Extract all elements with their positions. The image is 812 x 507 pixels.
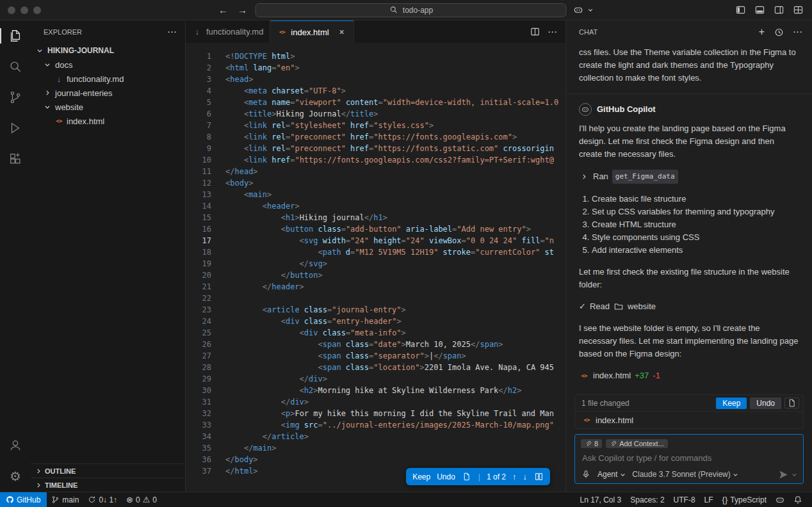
code-line[interactable]: 19 </svg> — [186, 258, 565, 270]
run-debug-icon[interactable] — [0, 113, 31, 143]
explorer-icon[interactable] — [0, 20, 31, 51]
attachment-count-chip[interactable]: 8 — [581, 439, 602, 448]
view-changes-icon[interactable] — [784, 398, 799, 408]
code-line[interactable]: 6 <title>Hiking Journal</title> — [186, 108, 565, 120]
outline-section-header[interactable]: OUTLINE — [31, 463, 185, 478]
edited-file-chip[interactable]: <> index.html +37 -1 — [579, 369, 799, 382]
tree-item-functionality-md[interactable]: ↓ functionality.md — [31, 72, 185, 86]
code-line[interactable]: 20 </button> — [186, 270, 565, 281]
code-editor[interactable]: 1<!DOCTYPE html>2<html lang="en">3<head>… — [186, 43, 565, 492]
code-line[interactable]: 22 — [186, 293, 565, 304]
code-line[interactable]: 29 </div> — [186, 373, 565, 385]
code-line[interactable]: 32 <p>For my hike this morning I did the… — [186, 408, 565, 419]
editor-more-actions-icon[interactable]: ⋯ — [548, 26, 558, 38]
mode-selector[interactable]: Agent — [597, 469, 626, 479]
add-context-chip[interactable]: Add Context... — [606, 439, 668, 448]
back-button[interactable]: ← — [217, 4, 230, 15]
keep-button[interactable]: Keep — [412, 472, 430, 481]
timeline-section-header[interactable]: TIMELINE — [31, 478, 185, 492]
code-line[interactable]: 21 </header> — [186, 281, 565, 293]
code-line[interactable]: 27 <span class="separator">|</span> — [186, 350, 565, 362]
microphone-icon[interactable] — [581, 469, 591, 479]
code-line[interactable]: 24 <div class="entry-header"> — [186, 316, 565, 327]
code-line[interactable]: 33 <img src="../journal-enteries/images/… — [186, 419, 565, 431]
code-line[interactable]: 12<body> — [186, 177, 565, 189]
settings-gear-icon[interactable]: ⚙ — [0, 461, 31, 492]
code-line[interactable]: 9 <link rel="preconnect" href="https://f… — [186, 143, 565, 154]
search-bar[interactable]: todo-app — [256, 3, 567, 17]
code-line[interactable]: 1<!DOCTYPE html> — [186, 51, 565, 62]
eol-setting[interactable]: LF — [700, 492, 718, 507]
language-mode[interactable]: {} TypeScript — [718, 492, 771, 507]
changed-file-row[interactable]: <> index.html — [575, 412, 803, 428]
code-line[interactable]: 30 <h2>Morning hike at Skyline Wildernes… — [186, 385, 565, 396]
next-change-icon[interactable]: ↓ — [523, 472, 528, 481]
tool-call-read[interactable]: ✓ Read website — [579, 300, 799, 313]
close-tab-icon[interactable]: × — [337, 27, 347, 37]
open-diff-icon[interactable] — [533, 472, 544, 482]
code-line[interactable]: 10 <link href="https://fonts.googleapis.… — [186, 154, 565, 166]
indentation-setting[interactable]: Spaces: 2 — [626, 492, 669, 507]
chat-input-placeholder[interactable]: Ask Copilot or type / for commands — [582, 453, 797, 463]
code-line[interactable]: 14 <header> — [186, 200, 565, 212]
code-line[interactable]: 36</body> — [186, 454, 565, 465]
tool-call-run[interactable]: Ran get_Figma_data — [579, 170, 799, 184]
customize-layout-icon[interactable] — [793, 5, 803, 15]
chat-input-box[interactable]: 8 Add Context... Ask Copilot or type / f… — [574, 434, 804, 484]
code-line[interactable]: 28 <span class="location">2201 Imola Ave… — [186, 362, 565, 373]
cursor-position[interactable]: Ln 17, Col 3 — [576, 492, 626, 507]
branch-indicator[interactable]: main — [47, 492, 83, 507]
search-activity-icon[interactable] — [0, 51, 31, 82]
split-editor-icon[interactable] — [530, 27, 540, 37]
code-line[interactable]: 2<html lang="en"> — [186, 62, 565, 74]
forward-button[interactable]: → — [236, 4, 249, 15]
tree-item-index-html[interactable]: <> index.html — [31, 114, 185, 128]
code-line[interactable]: 23 <article class="journal-entry"> — [186, 304, 565, 316]
code-line[interactable]: 3<head> — [186, 74, 565, 85]
source-control-icon[interactable] — [0, 82, 31, 113]
explorer-more-actions-icon[interactable]: ⋯ — [167, 26, 177, 38]
code-line[interactable]: 31 </div> — [186, 396, 565, 408]
toggle-panel-icon[interactable] — [754, 5, 765, 15]
accounts-icon[interactable] — [0, 430, 31, 461]
notifications-bell[interactable] — [789, 492, 807, 507]
code-line[interactable]: 7 <link rel="stylesheet" href="styles.cs… — [186, 120, 565, 131]
code-line[interactable]: 13 <main> — [186, 189, 565, 200]
code-line[interactable]: 25 <div class="meta-info"> — [186, 327, 565, 339]
remote-indicator[interactable]: GitHub — [0, 492, 47, 507]
tree-item-docs[interactable]: docs — [31, 58, 185, 72]
code-line[interactable]: 11</head> — [186, 166, 565, 177]
model-selector[interactable]: Claude 3.7 Sonnet (Preview) — [632, 469, 738, 479]
code-line[interactable]: 17 <svg width="24" height="24" viewBox="… — [186, 235, 565, 246]
sync-indicator[interactable]: 0↓ 1↑ — [83, 492, 122, 507]
close-window-button[interactable] — [8, 6, 15, 14]
keep-all-button[interactable]: Keep — [716, 398, 747, 409]
tree-item-website[interactable]: website — [31, 100, 185, 114]
code-line[interactable]: 16 <button class="add-button" aria-label… — [186, 223, 565, 235]
code-line[interactable]: 26 <span class="date">March 10, 2025</sp… — [186, 339, 565, 350]
encoding-setting[interactable]: UTF-8 — [669, 492, 700, 507]
extensions-icon[interactable] — [0, 143, 31, 174]
code-line[interactable]: 4 <meta charset="UTF-8"> — [186, 85, 565, 97]
code-line[interactable]: 15 <h1>Hiking journal</h1> — [186, 212, 565, 223]
code-line[interactable]: 5 <meta name="viewport" content="width=d… — [186, 97, 565, 108]
previous-change-icon[interactable]: ↑ — [512, 472, 517, 481]
copilot-status[interactable] — [771, 492, 789, 507]
toggle-secondary-sidebar-icon[interactable] — [774, 5, 784, 15]
tree-item-journal-enteries[interactable]: journal-enteries — [31, 86, 185, 100]
new-chat-icon[interactable]: + — [759, 26, 765, 38]
code-line[interactable]: 18 <path d="M12 5V19M5 12H19" stroke="cu… — [186, 246, 565, 258]
copilot-menu-button[interactable] — [573, 5, 596, 15]
code-line[interactable]: 34 </article> — [186, 431, 565, 442]
tab-functionality-md[interactable]: ↓ functionality.md — [186, 20, 270, 43]
toggle-primary-sidebar-icon[interactable] — [735, 5, 745, 15]
undo-button[interactable]: Undo — [437, 472, 455, 481]
send-icon[interactable] — [778, 469, 788, 479]
code-line[interactable]: 8 <link rel="preconnect" href="https://f… — [186, 131, 565, 143]
chat-history-icon[interactable] — [774, 27, 784, 37]
chevron-down-icon[interactable] — [791, 469, 797, 479]
code-line[interactable]: 35 </main> — [186, 442, 565, 454]
tree-root-hiking-journal[interactable]: HIKING-JOURNAL — [31, 44, 185, 58]
problems-indicator[interactable]: ⊗ 0 ⚠ 0 — [122, 492, 161, 507]
chat-more-actions-icon[interactable]: ⋯ — [793, 26, 803, 38]
